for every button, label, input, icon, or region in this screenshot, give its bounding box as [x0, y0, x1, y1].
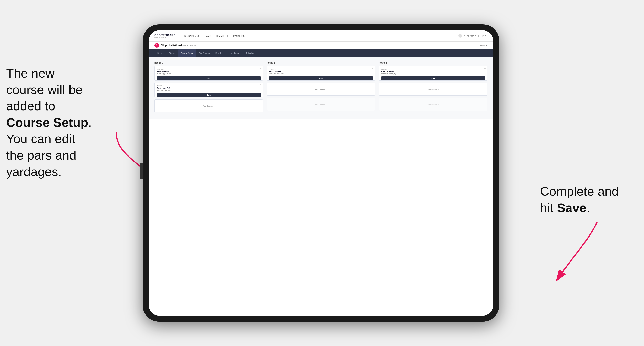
course-b-detail-r1: Black (M) (6891 yds): [157, 90, 261, 91]
course-a-label-r3: (Course A): [381, 68, 485, 70]
tab-tee-groups[interactable]: Tee Groups: [196, 49, 212, 57]
tab-results[interactable]: Results: [212, 49, 225, 57]
tab-details[interactable]: Details: [154, 49, 166, 57]
course-card-r2-a: ⊟ (Course A) Peachtree GC Yellow (M) (66…: [267, 66, 376, 81]
add-course-r3-disabled: Add Course+: [379, 98, 488, 111]
round-2-column: Round 2 ⊟ (Course A) Peachtree GC Yellow…: [267, 62, 376, 114]
hosting-badge: Hosting: [190, 44, 196, 46]
round-3-label: Round 3: [379, 62, 488, 64]
nav-link-committee[interactable]: COMMITTEE: [216, 34, 229, 38]
nav-link-rankings[interactable]: RANKINGS: [233, 34, 244, 38]
nav-avatar: [458, 34, 462, 38]
edit-r2-a-button[interactable]: Edit: [269, 76, 373, 80]
nav-link-tournaments[interactable]: TOURNAMENTS: [182, 34, 199, 38]
logo-main: SCOREBOARD: [154, 34, 176, 36]
annotation-left: The new course will be added to Course S…: [6, 65, 124, 180]
course-b-label-r1: (Course B): [157, 85, 261, 87]
add-course-r2-button[interactable]: Add Course+: [267, 83, 376, 96]
edit-r1-b-button[interactable]: Edit: [157, 93, 261, 97]
nav-separator: |: [478, 35, 479, 37]
sub-header-left: C Clippd Invitational (Men) Hosting: [154, 43, 196, 48]
gender-tag: (Men): [182, 44, 188, 47]
nav-email: blair@clippd.io: [464, 35, 476, 37]
course-a-name-r3: Peachtree GC: [381, 70, 485, 73]
add-course-r3-button[interactable]: Add Course+: [379, 83, 488, 96]
round-2-label: Round 2: [267, 62, 376, 64]
logo-sub: Powered by clippd: [154, 36, 176, 38]
course-a-detail-r2: Yellow (M) (6629 yds): [269, 73, 373, 75]
tab-leaderboards[interactable]: Leaderboards: [225, 49, 243, 57]
course-card-r3-a: ⊟ (Course A) Peachtree GC Yellow (M) (66…: [379, 66, 488, 81]
tablet-frame: SCOREBOARD Powered by clippd TOURNAMENTS…: [143, 24, 499, 322]
c-logo: C: [154, 43, 159, 48]
main-content: Round 1 ⊟ (Course A) Peachtree GC Yellow…: [149, 57, 493, 119]
course-a-name-r2: Peachtree GC: [269, 70, 373, 73]
nav-links: TOURNAMENTS TEAMS COMMITTEE RANKINGS: [182, 34, 244, 38]
nav-right: blair@clippd.io | Sign out: [458, 34, 488, 38]
add-course-r1-button[interactable]: Add Course+: [154, 99, 263, 112]
tablet-screen: SCOREBOARD Powered by clippd TOURNAMENTS…: [149, 30, 493, 316]
course-a-name-r1: Peachtree GC: [157, 70, 261, 73]
round-3-column: Round 3 ⊟ (Course A) Peachtree GC Yellow…: [379, 62, 488, 114]
rounds-container: Round 1 ⊟ (Course A) Peachtree GC Yellow…: [154, 62, 488, 114]
delete-r2-a-button[interactable]: ⊟: [372, 67, 373, 70]
course-a-label-r2: (Course A): [269, 68, 373, 70]
cancel-button[interactable]: Cancel ✕: [479, 44, 488, 47]
round-1-label: Round 1: [154, 62, 263, 64]
tournament-name: Clippd Invitational (Men): [160, 44, 188, 47]
scoreboard-logo: SCOREBOARD Powered by clippd: [154, 34, 176, 38]
side-button: [140, 163, 143, 179]
course-a-detail-r3: Yellow (M) (6629 yds): [381, 73, 485, 75]
sign-out-link[interactable]: Sign out: [481, 35, 488, 37]
sub-header: C Clippd Invitational (Men) Hosting Canc…: [149, 41, 493, 49]
course-b-name-r1: East Lake GC: [157, 87, 261, 89]
tab-printables[interactable]: Printables: [243, 49, 258, 57]
delete-r3-a-button[interactable]: ⊟: [484, 67, 486, 70]
delete-r1-b-button[interactable]: ⊟: [260, 84, 261, 86]
tab-bar: Details Teams Course Setup Tee Groups Re…: [149, 49, 493, 57]
nav-link-teams[interactable]: TEAMS: [204, 34, 211, 38]
tab-teams[interactable]: Teams: [166, 49, 178, 57]
annotation-right: Complete and hit Save.: [540, 183, 638, 216]
edit-r1-a-button[interactable]: Edit: [157, 76, 261, 80]
course-a-label-r1: (Course A): [157, 68, 261, 70]
delete-r1-a-button[interactable]: ⊟: [260, 67, 261, 70]
top-nav: SCOREBOARD Powered by clippd TOURNAMENTS…: [149, 30, 493, 41]
tab-course-setup[interactable]: Course Setup: [178, 49, 196, 57]
course-card-r1-a: ⊟ (Course A) Peachtree GC Yellow (M) (66…: [154, 66, 263, 81]
nav-left: SCOREBOARD Powered by clippd TOURNAMENTS…: [154, 34, 244, 38]
course-card-r1-b: ⊟ (Course B) East Lake GC Black (M) (689…: [154, 83, 263, 97]
edit-r3-a-button[interactable]: Edit: [381, 76, 485, 80]
round-1-column: Round 1 ⊟ (Course A) Peachtree GC Yellow…: [154, 62, 263, 114]
add-course-r2-disabled: Add Course+: [267, 98, 376, 111]
arrow-right-icon: [532, 216, 614, 289]
course-a-detail-r1: Yellow (M) (6629 yds): [157, 73, 261, 75]
